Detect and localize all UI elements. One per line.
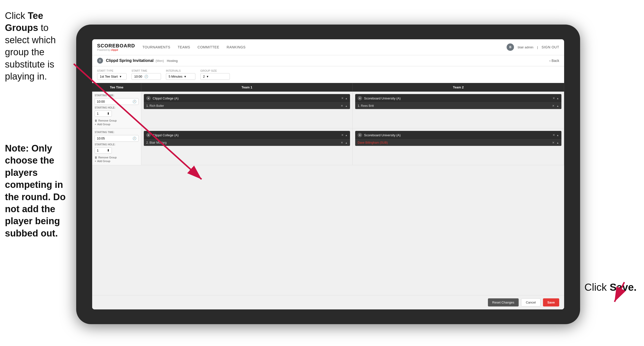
plus-icon-2: + (95, 160, 96, 163)
team1-entry-2: ● Clippd College (A) ✕ ▲ 2. Blair McHarg… (144, 131, 350, 146)
table-header: Tee Time Team 1 Team 2 (92, 83, 564, 92)
intervals-value: 5 Minutes (168, 75, 182, 78)
trash-icon-1: 🗑 (95, 119, 97, 122)
bottom-bar: Reset Changes Cancel Save (92, 295, 564, 310)
team1-actions-1: ✕ ▲ (341, 96, 348, 100)
starting-hole-input-2[interactable]: 1 ⬍ (95, 147, 112, 153)
group-size-label: Group Size (200, 69, 230, 72)
start-type-chevron: ▾ (120, 75, 122, 78)
player-remove-1-1[interactable]: ✕ (341, 104, 343, 108)
team1-icon-2: ● (146, 133, 151, 137)
remove-group-button-2[interactable]: 🗑 Remove Group (95, 156, 139, 159)
remove-group-button-1[interactable]: 🗑 Remove Group (95, 119, 139, 122)
team1-remove-2[interactable]: ✕ (341, 133, 344, 137)
back-button[interactable]: ‹ Back (549, 59, 559, 63)
player-arrow-1-2[interactable]: ▲ (556, 105, 559, 107)
navbar: SCOREBOARD Powered by clippd TOURNAMENTS… (92, 39, 564, 55)
logo-powered: Powered by clippd (97, 49, 135, 51)
hole-stepper-icon-1: ⬍ (107, 112, 110, 115)
team1-name-2: Clippd College (A) (153, 133, 339, 137)
cancel-button[interactable]: Cancel (521, 298, 540, 307)
player-remove-2-2[interactable]: ✕ (552, 141, 554, 144)
player-row-2-1: 2. Blair McHarg ✕ ▲ (144, 139, 350, 146)
player-arrow-1-1[interactable]: ▲ (345, 105, 348, 107)
starting-time-value-1: 10:00 (97, 100, 105, 103)
team2-name-1: Scoreboard University (A) (364, 96, 550, 100)
start-time-input[interactable]: 10:00 🕙 (132, 73, 161, 80)
team2-remove-2[interactable]: ✕ (552, 133, 555, 137)
starting-time-label-2: STARTING TIME: (95, 131, 139, 134)
add-group-label-1: Add Group (97, 123, 110, 126)
nav-right: B blair admin | Sign out (506, 43, 559, 51)
team1-arrow-1[interactable]: ▲ (345, 97, 348, 100)
player-remove-1-2[interactable]: ✕ (552, 104, 554, 108)
team2-name-2: Scoreboard University (A) (364, 133, 550, 137)
tournament-icon: B (97, 58, 103, 64)
team1-remove-1[interactable]: ✕ (341, 96, 344, 100)
plus-icon-1: + (95, 123, 96, 126)
logo-area: SCOREBOARD Powered by clippd (97, 43, 135, 51)
table-row: STARTING TIME: 10:00 🕙 STARTING HOLE: 1 … (92, 92, 564, 128)
player-arrow-2-2[interactable]: ▲ (556, 141, 559, 144)
group-size-value: 2 (203, 75, 205, 78)
player-remove-2-1[interactable]: ✕ (341, 141, 343, 144)
team1-actions-2: ✕ ▲ (341, 133, 348, 137)
nav-tournaments[interactable]: TOURNAMENTS (142, 44, 170, 50)
team2-actions-1: ✕ ▲ (552, 96, 559, 100)
logo-scoreboard: SCOREBOARD (97, 43, 135, 49)
start-type-label: Start Type (97, 69, 126, 72)
player-name-2-2: Dave Billingham (SUB) (358, 141, 550, 144)
player-arrow-2-1[interactable]: ▲ (345, 141, 348, 144)
team1-arrow-2[interactable]: ▲ (345, 134, 348, 137)
intervals-label: Intervals (166, 69, 196, 72)
start-time-value: 10:00 (134, 75, 142, 78)
group-sidebar-2: STARTING TIME: 10:05 🕙 STARTING HOLE: 1 … (92, 128, 141, 165)
group-size-input[interactable]: 2 ▾ (200, 73, 230, 80)
player-name-2-1: 2. Blair McHarg (146, 141, 339, 144)
start-type-value: 1st Tee Start (100, 75, 118, 78)
hosting-badge: Hosting (167, 59, 178, 63)
team1-cell-2: ● Clippd College (A) ✕ ▲ 2. Blair McHarg… (141, 128, 353, 165)
starting-hole-value-2: 1 (97, 149, 98, 152)
team2-remove-1[interactable]: ✕ (552, 96, 555, 100)
team1-header-2: ● Clippd College (A) ✕ ▲ (144, 131, 350, 139)
nav-rankings[interactable]: RANKINGS (227, 44, 246, 50)
team2-header-2: ● Scoreboard University (A) ✕ ▲ (355, 131, 562, 139)
hole-stepper-icon-2: ⬍ (107, 149, 110, 152)
starting-hole-value-1: 1 (97, 112, 98, 115)
intervals-input[interactable]: 5 Minutes ▾ (166, 73, 196, 80)
player-name-1-2: 1. Rees Britt (358, 104, 550, 108)
clock-icon-1: 🕙 (132, 100, 136, 103)
team2-arrow-2[interactable]: ▲ (556, 134, 559, 137)
team2-icon-2: ● (358, 133, 362, 137)
player-row-1-2: 1. Rees Britt ✕ ▲ (355, 102, 562, 109)
starting-time-input-1[interactable]: 10:00 🕙 (95, 98, 139, 105)
tournament-gender: (Men) (156, 59, 164, 63)
starting-time-label-1: STARTING TIME: (95, 94, 139, 97)
start-type-input[interactable]: 1st Tee Start ▾ (97, 73, 126, 80)
user-name: blair admin (518, 45, 534, 49)
group-size-group: Group Size 2 ▾ (200, 69, 230, 80)
starting-time-input-2[interactable]: 10:05 🕙 (95, 135, 139, 142)
save-label-bold: Save. (610, 281, 637, 293)
team2-header-1: ● Scoreboard University (A) ✕ ▲ (355, 94, 562, 102)
reset-changes-button[interactable]: Reset Changes (488, 298, 519, 307)
trash-icon-2: 🗑 (95, 156, 97, 159)
clock-icon-2: 🕙 (132, 137, 136, 140)
team2-arrow-1[interactable]: ▲ (556, 97, 559, 100)
th-tee-time: Tee Time (92, 83, 141, 92)
content-area: Start Type 1st Tee Start ▾ Start Time 10… (92, 66, 564, 310)
sign-out-link[interactable]: Sign out (542, 44, 559, 50)
add-group-button-1[interactable]: + Add Group (95, 123, 139, 126)
th-team1: Team 1 (141, 83, 353, 92)
remove-group-label-1: Remove Group (98, 119, 117, 122)
add-group-button-2[interactable]: + Add Group (95, 160, 139, 163)
save-button[interactable]: Save (543, 298, 559, 307)
player-row-1-1: 1. Rich Butler ✕ ▲ (144, 102, 350, 109)
player-name-1-1: 1. Rich Butler (146, 104, 339, 108)
nav-committee[interactable]: COMMITTEE (198, 44, 220, 50)
groups-area: STARTING TIME: 10:00 🕙 STARTING HOLE: 1 … (92, 92, 564, 295)
subheader: B Clippd Spring Invitational (Men) Hosti… (92, 55, 564, 66)
nav-teams[interactable]: TEAMS (178, 44, 190, 50)
starting-hole-input-1[interactable]: 1 ⬍ (95, 110, 112, 117)
